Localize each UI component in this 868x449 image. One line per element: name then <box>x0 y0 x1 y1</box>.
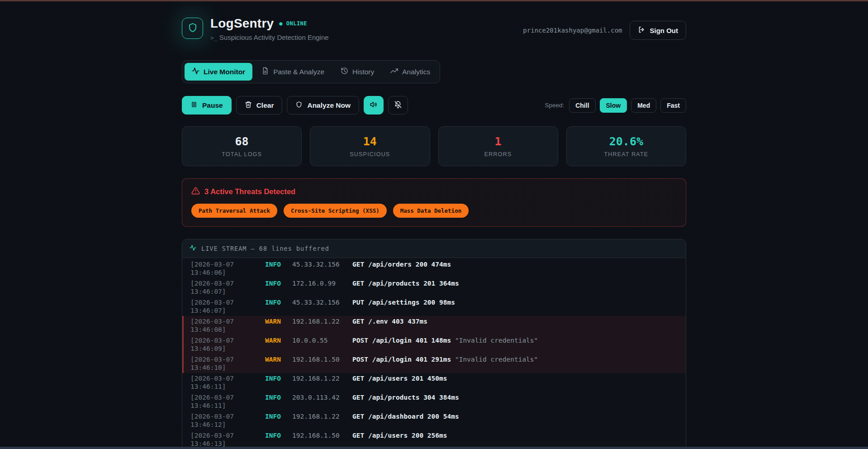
sound-toggle-button[interactable] <box>364 96 384 115</box>
log-timestamp: [2026-03-07 13:46:06] <box>190 261 240 277</box>
log-note: "Invalid credentials" <box>455 356 538 363</box>
user-email: prince201kashyap@gmail.com <box>523 27 622 34</box>
log-ip: 192.168.1.50 <box>292 356 352 372</box>
prompt-icon: >_ <box>210 34 218 41</box>
log-row: [2026-03-07 13:46:12] INFO 192.168.1.22 … <box>182 411 686 430</box>
log-ip: 192.168.1.22 <box>292 318 352 334</box>
log-ip: 10.0.0.55 <box>292 337 352 353</box>
stats-row: 68 TOTAL LOGS 14 SUSPICIOUS 1 ERRORS 20.… <box>182 126 686 166</box>
shield-icon <box>295 101 303 110</box>
log-level: INFO <box>265 432 292 448</box>
shield-icon <box>187 22 198 35</box>
log-message: GET /api/products 304 384ms <box>352 394 679 410</box>
log-level: INFO <box>265 299 292 315</box>
log-level: INFO <box>265 413 292 429</box>
app-logo <box>182 18 203 39</box>
log-message: GET /api/users 201 450ms <box>352 375 679 391</box>
pause-icon <box>190 101 198 110</box>
clear-button[interactable]: Clear <box>236 96 283 115</box>
activity-icon <box>192 67 199 76</box>
speed-med-button[interactable]: Med <box>631 98 656 113</box>
log-row: [2026-03-07 13:46:08] WARN 192.168.1.22 … <box>182 316 686 335</box>
status-badge: ● ONLINE <box>279 20 307 27</box>
stat-value: 14 <box>363 135 377 148</box>
log-level: INFO <box>265 280 292 296</box>
log-level: INFO <box>265 375 292 391</box>
bell-off-icon <box>394 100 402 110</box>
log-row: [2026-03-07 13:46:07] INFO 45.33.32.156 … <box>182 297 686 316</box>
log-timestamp: [2026-03-07 13:46:07] <box>190 299 240 315</box>
log-row: [2026-03-07 13:46:09] WARN 10.0.0.55 POS… <box>182 335 686 354</box>
stat-errors: 1 ERRORS <box>438 126 558 166</box>
log-row: [2026-03-07 13:46:13] INFO 192.168.1.50 … <box>182 430 686 449</box>
stat-value: 1 <box>495 135 502 148</box>
threat-badge: Path Traversal Attack <box>191 204 277 218</box>
warning-triangle-icon <box>191 186 200 197</box>
log-timestamp: [2026-03-07 13:46:08] <box>190 318 240 334</box>
tab-bar: Live Monitor Paste & Analyze History <box>182 60 440 83</box>
log-row: [2026-03-07 13:46:10] WARN 192.168.1.50 … <box>182 354 686 373</box>
main-container: LogSentry ● ONLINE >_ Suspicious Activit… <box>182 0 686 449</box>
stat-total-logs: 68 TOTAL LOGS <box>182 126 302 166</box>
log-message: GET /api/orders 200 474ms <box>352 261 679 277</box>
history-icon <box>341 67 348 76</box>
app-subtitle: >_ Suspicious Activity Detection Engine <box>210 33 329 41</box>
log-message: GET /api/users 200 256ms <box>352 432 679 448</box>
speed-controls: Speed: Chill Slow Med Fast <box>545 98 686 113</box>
tab-paste-analyze[interactable]: Paste & Analyze <box>254 63 332 81</box>
stat-label: TOTAL LOGS <box>222 151 262 158</box>
log-message: GET /api/dashboard 200 54ms <box>352 413 679 429</box>
page-title: LogSentry <box>210 16 274 31</box>
stat-label: SUSPICIOUS <box>350 151 390 158</box>
log-message: POST /api/login 401 291ms "Invalid crede… <box>352 356 679 372</box>
app-header: LogSentry ● ONLINE >_ Suspicious Activit… <box>182 16 686 41</box>
log-timestamp: [2026-03-07 13:46:13] <box>190 432 240 448</box>
log-ip: 203.0.113.42 <box>292 394 352 410</box>
threat-indicator-bar <box>0 0 868 1</box>
speed-label: Speed: <box>545 102 564 109</box>
analyze-now-button[interactable]: Analyze Now <box>287 96 359 115</box>
threat-badge: Cross-Site Scripting (XSS) <box>284 204 387 218</box>
log-row: [2026-03-07 13:46:11] INFO 192.168.1.22 … <box>182 373 686 392</box>
sign-out-button[interactable]: Sign Out <box>630 21 687 40</box>
speed-fast-button[interactable]: Fast <box>660 98 686 113</box>
controls-row: Pause Clear Analyze Now <box>182 96 686 115</box>
document-icon <box>261 67 269 76</box>
speed-chill-button[interactable]: Chill <box>569 98 595 113</box>
tab-analytics[interactable]: Analytics <box>383 63 437 81</box>
live-stream-header: LIVE STREAM — 68 lines buffered <box>182 239 686 258</box>
log-timestamp: [2026-03-07 13:46:07] <box>190 280 240 296</box>
log-timestamp: [2026-03-07 13:46:09] <box>190 337 240 353</box>
log-message: GET /api/products 201 364ms <box>352 280 679 296</box>
log-level: WARN <box>265 356 292 372</box>
log-ip: 45.33.32.156 <box>292 261 352 277</box>
threat-badge: Mass Data Deletion <box>393 204 469 218</box>
stat-threat-rate: 20.6% THREAT RATE <box>566 126 686 166</box>
pause-button[interactable]: Pause <box>182 96 232 115</box>
live-stream-panel: LIVE STREAM — 68 lines buffered [2026-03… <box>182 239 686 449</box>
log-message: GET /.env 403 437ms <box>352 318 679 334</box>
alert-title: 3 Active Threats Detected <box>191 186 677 197</box>
log-ip: 172.16.0.99 <box>292 280 352 296</box>
tab-history[interactable]: History <box>333 63 381 81</box>
log-row: [2026-03-07 13:46:11] INFO 203.0.113.42 … <box>182 392 686 411</box>
bottom-edge-bar <box>0 447 868 449</box>
log-list[interactable]: [2026-03-07 13:46:06] INFO 45.33.32.156 … <box>182 258 686 449</box>
stat-suspicious: 14 SUSPICIOUS <box>310 126 430 166</box>
stat-label: ERRORS <box>484 151 512 158</box>
activity-icon <box>190 244 196 253</box>
log-row: [2026-03-07 13:46:07] INFO 172.16.0.99 G… <box>182 278 686 297</box>
log-ip: 192.168.1.22 <box>292 375 352 391</box>
trending-up-icon <box>390 67 398 76</box>
stat-value: 20.6% <box>609 135 643 148</box>
tab-live-monitor[interactable]: Live Monitor <box>185 63 252 81</box>
stat-label: THREAT RATE <box>604 151 648 158</box>
volume-icon <box>370 100 378 110</box>
speed-slow-button[interactable]: Slow <box>600 98 627 113</box>
log-message: POST /api/login 401 148ms "Invalid crede… <box>352 337 679 353</box>
logout-icon <box>638 26 645 35</box>
stat-value: 68 <box>235 135 249 148</box>
log-timestamp: [2026-03-07 13:46:10] <box>190 356 240 372</box>
threat-badges: Path Traversal Attack Cross-Site Scripti… <box>191 204 677 218</box>
notifications-off-button[interactable] <box>388 96 408 115</box>
